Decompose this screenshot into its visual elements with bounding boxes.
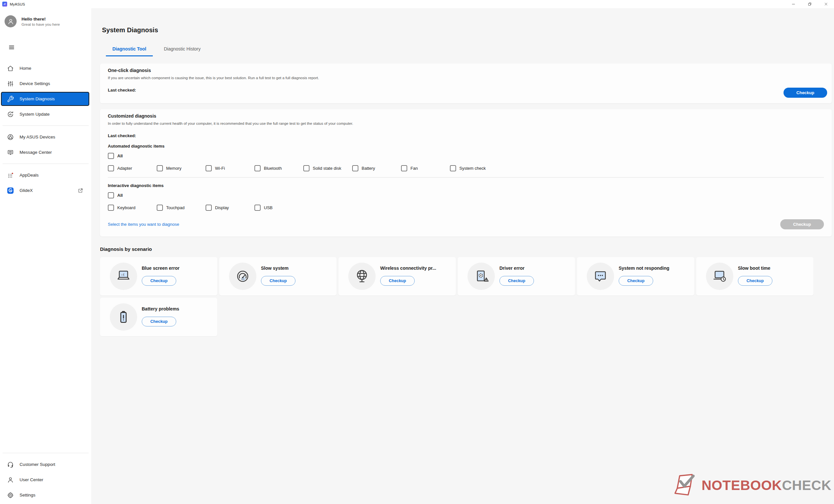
checkbox-label: Battery (361, 166, 375, 171)
checkbox-memory[interactable]: Memory (157, 165, 205, 171)
system-not-responding-icon (591, 267, 610, 285)
sidebar-footer: Customer Support User Center Settings (0, 449, 91, 504)
hamburger-icon (8, 44, 15, 51)
sidebar-item-my-asus-devices[interactable]: My ASUS Devices (0, 129, 91, 145)
restore-button[interactable] (802, 0, 818, 8)
close-icon (824, 2, 829, 6)
checkbox-battery[interactable]: Battery (352, 165, 401, 171)
scenario-card-battery-problems: Battery problems Checkup (100, 298, 217, 336)
customized-diagnosis-card: Customized diagnosis In order to fully u… (100, 109, 832, 237)
interactive-all-checkbox[interactable]: All (108, 192, 123, 198)
checkbox-keyboard[interactable]: Keyboard (108, 204, 157, 211)
appdeals-icon (7, 172, 14, 179)
checkbox-label: System check (459, 166, 486, 171)
checkbox-system-check[interactable]: System check (450, 165, 499, 171)
checkbox-label: Bluetooth (264, 166, 282, 171)
scenario-card-title: Slow boot time (738, 265, 770, 271)
sidebar-item-glidex[interactable]: GlideX (0, 183, 91, 198)
checkbox-label: Wi-Fi (215, 166, 225, 171)
one-click-checkup-button[interactable]: Checkup (784, 88, 827, 98)
customized-last-checked-label: Last checked: (108, 133, 824, 138)
minimize-button[interactable] (785, 0, 802, 8)
automated-items-title: Automated diagnostic items (108, 144, 824, 149)
checkbox-box (255, 204, 261, 211)
scenario-icon-circle: :( (110, 263, 137, 290)
sidebar-item-settings[interactable]: Settings (0, 487, 91, 503)
checkbox-box (205, 204, 212, 211)
headset-icon (7, 461, 14, 468)
automated-check-row: Adapter Memory Wi-Fi Bluetooth (108, 165, 824, 171)
close-button[interactable] (818, 0, 834, 8)
checkup-button-battery-problems[interactable]: Checkup (142, 317, 176, 326)
sidebar-item-user-center[interactable]: User Center (0, 472, 91, 487)
external-link-icon (78, 188, 83, 194)
checkbox-solid-state-disk[interactable]: Solid state disk (303, 165, 352, 171)
tab-diagnostic-tool[interactable]: Diagnostic Tool (106, 43, 153, 57)
menu-toggle-button[interactable] (4, 42, 19, 53)
checkbox-label: Display (215, 205, 229, 210)
checkbox-display[interactable]: Display (205, 204, 255, 211)
checkbox-touchpad[interactable]: Touchpad (157, 204, 205, 211)
checkbox-fan[interactable]: Fan (401, 165, 450, 171)
checkbox-box (303, 165, 309, 171)
checkbox-box (205, 165, 212, 171)
scenario-icon-circle (587, 263, 614, 290)
driver-error-icon (472, 267, 490, 285)
notebookcheck-watermark: NOTEBOOKCHECK (673, 474, 831, 498)
automated-all-row: All (108, 153, 824, 160)
one-click-description: If you are uncertain which component is … (108, 76, 824, 80)
sidebar-item-home[interactable]: Home (0, 61, 91, 76)
checkbox-bluetooth[interactable]: Bluetooth (255, 165, 303, 171)
watermark-text-secondary: CHECK (782, 478, 831, 493)
sidebar-item-system-diagnosis[interactable]: System Diagnosis (1, 92, 89, 106)
tab-diagnostic-history[interactable]: Diagnostic History (157, 43, 207, 57)
system-update-icon (7, 111, 14, 118)
checkup-button-slow-boot-time[interactable]: Checkup (738, 276, 772, 286)
gear-icon (7, 491, 14, 499)
device-settings-icon (7, 80, 14, 87)
checkbox-box (108, 153, 114, 159)
customized-checkup-button[interactable]: Checkup (780, 219, 824, 229)
checkbox-box (108, 204, 114, 211)
checkup-button-system-not-responding[interactable]: Checkup (619, 276, 653, 286)
interactive-items-title: Interactive diagnostic items (108, 183, 824, 188)
checkbox-box (401, 165, 407, 171)
avatar[interactable] (4, 15, 17, 27)
sidebar-item-device-settings[interactable]: Device Settings (0, 76, 91, 91)
user-icon (7, 476, 14, 483)
scenario-icon-circle (110, 303, 137, 331)
checkbox-wi-fi[interactable]: Wi-Fi (205, 165, 255, 171)
checkup-button-blue-screen-error[interactable]: Checkup (142, 276, 176, 286)
sidebar-item-message-center[interactable]: Message Center (0, 145, 91, 160)
sidebar-item-customer-support[interactable]: Customer Support (0, 457, 91, 472)
page-title: System Diagnosis (102, 26, 832, 34)
scenario-grid: :( Blue screen error Checkup Slow system… (100, 257, 817, 336)
interactive-check-row: Keyboard Touchpad Display USB (108, 204, 824, 211)
scenario-icon-circle (467, 263, 495, 290)
slow-system-icon (234, 267, 252, 285)
diagnosis-wrench-icon (7, 95, 14, 103)
sidebar-divider (3, 163, 89, 164)
minimize-icon (791, 2, 796, 6)
checkbox-box (157, 165, 163, 171)
one-click-title: One-click diagnosis (108, 68, 824, 73)
sidebar-item-appdeals[interactable]: AppDeals (0, 168, 91, 183)
window-controls (785, 0, 834, 8)
sidebar-footer-nav: Customer Support User Center Settings (0, 457, 91, 503)
checkbox-label: Touchpad (166, 205, 184, 210)
checkbox-usb[interactable]: USB (255, 204, 303, 211)
checkup-button-slow-system[interactable]: Checkup (261, 276, 295, 286)
checkbox-adapter[interactable]: Adapter (108, 165, 157, 171)
sidebar-device-nav: My ASUS Devices Message Center (0, 129, 91, 160)
scenario-card-title: Blue screen error (142, 265, 179, 271)
checkup-button-driver-error[interactable]: Checkup (500, 276, 534, 286)
customized-title: Customized diagnosis (108, 113, 824, 118)
checkbox-label: Solid state disk (313, 166, 341, 171)
checkup-button-wireless-connectivity-pr[interactable]: Checkup (380, 276, 415, 286)
select-items-link[interactable]: Select the items you want to diagnose (108, 222, 179, 227)
scenario-card-wireless-connectivity-pr: Wireless connectivity pr... Checkup (338, 257, 456, 295)
interactive-all-row: All (108, 192, 824, 200)
scenario-card-title: Wireless connectivity pr... (380, 265, 436, 271)
automated-all-checkbox[interactable]: All (108, 153, 123, 159)
sidebar-item-system-update[interactable]: System Update (0, 107, 91, 122)
